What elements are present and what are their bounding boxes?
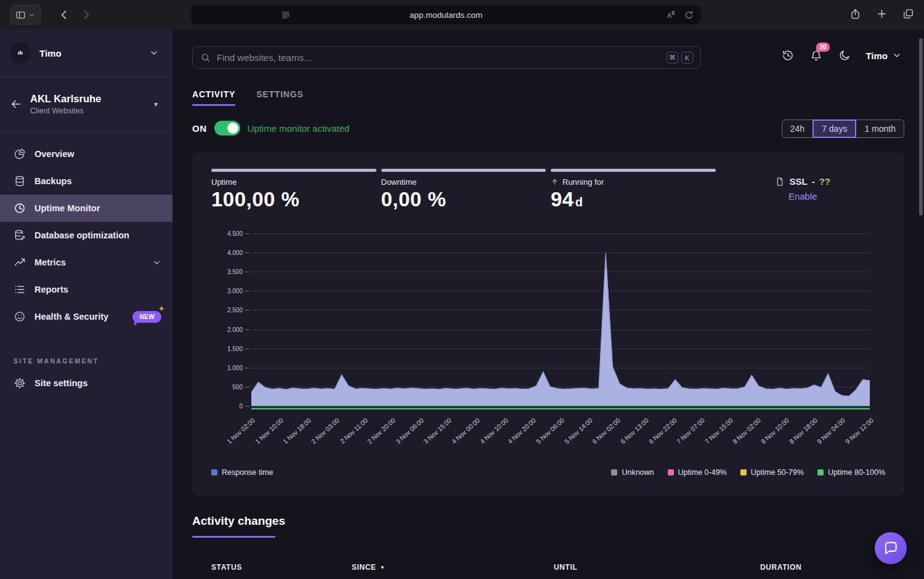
chart-legend: Response time UnknownUptime 0-49%Uptime … bbox=[211, 468, 885, 477]
tabs-icon bbox=[902, 8, 914, 20]
uptime-panel: Uptime100,00 %Downtime0,00 %Running for9… bbox=[192, 153, 904, 496]
moon-icon bbox=[838, 49, 851, 62]
y-axis-label: 1.000 bbox=[227, 364, 243, 371]
tab-bar: ACTIVITY SETTINGS bbox=[192, 89, 304, 106]
y-tick bbox=[245, 272, 249, 272]
y-axis-label: 4.000 bbox=[227, 249, 243, 256]
database-icon bbox=[14, 175, 26, 187]
column-header-since[interactable]: SINCE▼ bbox=[352, 563, 554, 572]
legend-right: UnknownUptime 0-49%Uptime 50-79%Uptime 8… bbox=[611, 468, 885, 477]
legend-swatch bbox=[668, 469, 674, 476]
uptime-status-text: Uptime monitor activated bbox=[248, 123, 350, 134]
url-bar[interactable]: app.modulards.com bbox=[191, 5, 701, 25]
section-label-site-management: SITE MANAGEMENT bbox=[14, 357, 172, 365]
browser-window: app.modulards.com Timo AKL Karlsruhe bbox=[0, 0, 924, 579]
search-icon bbox=[200, 52, 211, 63]
stat-running-for: Running for94d bbox=[551, 169, 716, 211]
user-menu[interactable]: Timo bbox=[865, 51, 902, 61]
workspace-switcher[interactable]: Timo bbox=[0, 30, 172, 77]
tab-settings[interactable]: SETTINGS bbox=[256, 89, 303, 106]
share-button[interactable] bbox=[849, 8, 861, 22]
legend-left: Response time bbox=[211, 468, 273, 477]
response-time-chart: 05001.0001.5002.0002.5003.0003.5004.0004… bbox=[251, 233, 870, 407]
legend-item-uptime-80-100: Uptime 80-100% bbox=[817, 468, 885, 477]
user-name: Timo bbox=[865, 51, 888, 61]
activity-changes-title: Activity changes bbox=[192, 514, 285, 528]
chevron-down-icon bbox=[892, 51, 902, 60]
arrow-up-icon bbox=[551, 178, 559, 186]
y-tick bbox=[245, 253, 249, 253]
tab-overview-button[interactable] bbox=[902, 8, 914, 22]
back-arrow-icon[interactable] bbox=[10, 98, 22, 110]
sort-descending-icon: ▼ bbox=[380, 565, 386, 570]
ssl-enable-link[interactable]: Enable bbox=[788, 191, 817, 201]
y-axis-label: 2.000 bbox=[227, 326, 243, 333]
y-axis-label: 3.000 bbox=[227, 288, 243, 294]
uptime-toggle[interactable] bbox=[214, 121, 240, 136]
sidebar-item-site-settings[interactable]: Site settings bbox=[0, 370, 172, 397]
stat-value: 0,00 % bbox=[381, 188, 546, 211]
y-axis-label: 500 bbox=[232, 383, 243, 390]
site-dropdown-icon[interactable]: ▼ bbox=[153, 101, 159, 108]
sidebar-item-metrics[interactable]: Metrics bbox=[0, 249, 172, 276]
chat-widget-button[interactable] bbox=[875, 532, 907, 564]
smiley-icon bbox=[14, 310, 26, 323]
ssl-label: SSL bbox=[789, 176, 807, 187]
site-switcher[interactable]: AKL Karlsruhe Client Websites ▼ bbox=[0, 77, 172, 132]
forward-button[interactable] bbox=[79, 7, 94, 22]
database-edit-icon bbox=[14, 229, 26, 241]
chat-bubble-icon bbox=[883, 540, 899, 556]
plus-icon bbox=[876, 8, 888, 20]
share-icon bbox=[849, 8, 861, 20]
sidebar-item-uptime-monitor[interactable]: Uptime Monitor bbox=[0, 195, 172, 222]
page-settings-icon[interactable] bbox=[281, 10, 291, 20]
site-subtitle: Client Websites bbox=[30, 107, 101, 115]
workspace-logo-icon bbox=[10, 43, 31, 63]
search-input[interactable] bbox=[217, 52, 660, 63]
theme-toggle-button[interactable] bbox=[837, 48, 852, 63]
search-bar[interactable]: ⌘ K bbox=[192, 46, 701, 69]
back-button[interactable] bbox=[57, 7, 71, 22]
range-button-24h[interactable]: 24h bbox=[782, 119, 813, 138]
chart-x-axis: 1 Nov 02:001 Nov 10:001 Nov 18:002 Nov 0… bbox=[251, 410, 870, 472]
tab-activity[interactable]: ACTIVITY bbox=[192, 89, 235, 106]
main-content: ⌘ K 20 Timo ACTIVITY SETTINGS bbox=[172, 30, 924, 579]
top-right-actions: 20 Timo bbox=[780, 48, 902, 63]
activity-table-header: STATUSSINCE▼UNTILDURATION bbox=[211, 563, 871, 572]
translate-icon[interactable] bbox=[666, 10, 676, 20]
sidebar-nav: OverviewBackupsUptime MonitorDatabase op… bbox=[0, 132, 172, 330]
sidebar-item-reports[interactable]: Reports bbox=[0, 276, 172, 303]
y-tick bbox=[245, 406, 249, 407]
sidebar-item-backups[interactable]: Backups bbox=[0, 168, 172, 195]
sidebar-panel-icon bbox=[15, 10, 26, 20]
toggle-on-label: ON bbox=[192, 123, 207, 134]
sidebar-toggle-button[interactable] bbox=[10, 5, 41, 25]
notification-badge: 20 bbox=[816, 43, 829, 52]
url-text: app.modulards.com bbox=[191, 10, 701, 20]
chevron-left-icon bbox=[58, 9, 70, 21]
range-button-1-month[interactable]: 1 month bbox=[856, 119, 904, 138]
pie-chart-icon bbox=[14, 148, 26, 160]
scrollbar[interactable] bbox=[919, 38, 923, 216]
history-button[interactable] bbox=[780, 48, 795, 63]
workspace-name: Timo bbox=[39, 48, 62, 59]
ssl-line: SSL - ?? bbox=[775, 176, 830, 187]
legend-item-uptime-50-79: Uptime 50-79% bbox=[740, 468, 804, 477]
stat-unit: d bbox=[575, 195, 583, 209]
history-icon bbox=[782, 49, 794, 62]
sparkle-icon: ✦ bbox=[158, 305, 164, 313]
new-tab-button[interactable] bbox=[876, 8, 888, 22]
stat-uptime: Uptime100,00 % bbox=[211, 169, 376, 211]
sidebar-item-database-optimization[interactable]: Database optimization bbox=[0, 222, 172, 249]
stat-label: Running for bbox=[551, 177, 716, 187]
reload-icon[interactable] bbox=[684, 10, 694, 20]
range-selector: 24h7 days1 month bbox=[782, 119, 904, 138]
nav-item-label: Metrics bbox=[34, 257, 66, 267]
range-button-7-days[interactable]: 7 days bbox=[813, 119, 856, 138]
uptime-toggle-row: ON Uptime monitor activated bbox=[192, 119, 349, 137]
y-axis-label: 4.500 bbox=[227, 230, 243, 237]
notifications-button[interactable]: 20 bbox=[809, 48, 824, 63]
y-tick bbox=[245, 349, 249, 349]
sidebar-item-overview[interactable]: Overview bbox=[0, 140, 172, 168]
sidebar-item-health-security[interactable]: Health & SecurityNEW✦ bbox=[0, 303, 172, 330]
